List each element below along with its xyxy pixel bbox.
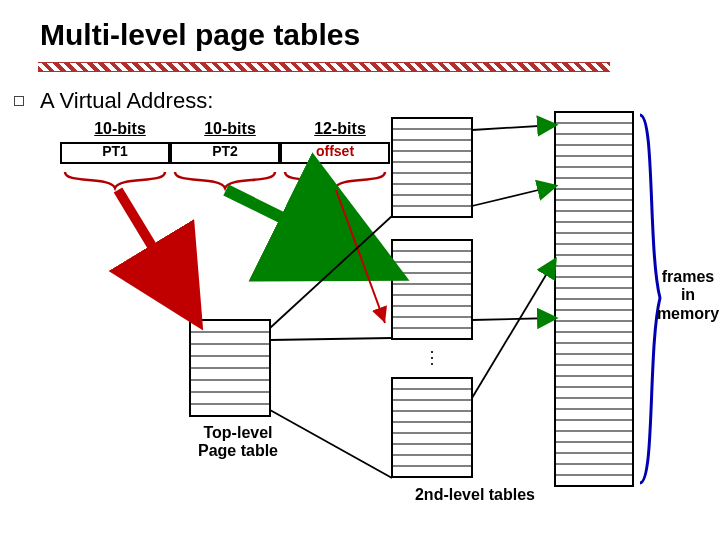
label-top-level: Top-levelPage table [188, 424, 288, 461]
svg-line-74 [270, 410, 392, 478]
bullet-icon [14, 96, 24, 106]
svg-line-77 [472, 318, 555, 320]
offset-bits: 12-bits [290, 120, 390, 138]
svg-line-76 [472, 186, 555, 206]
subtitle: A Virtual Address: [40, 88, 213, 114]
second-level-table-a [392, 118, 472, 217]
svg-rect-0 [190, 320, 270, 416]
svg-line-73 [270, 338, 392, 340]
field-offset: 12-bits [290, 120, 390, 138]
slide-title: Multi-level page tables [40, 18, 360, 52]
svg-line-78 [472, 260, 555, 398]
field-pt1: 10-bits [70, 120, 170, 138]
divider [38, 62, 610, 72]
svg-rect-35 [555, 112, 633, 486]
pt1-bits: 10-bits [70, 120, 170, 138]
svg-line-69 [118, 190, 198, 322]
top-level-table [190, 320, 270, 416]
svg-line-71 [336, 190, 385, 323]
frames-table [555, 112, 633, 486]
svg-line-72 [270, 216, 392, 328]
svg-rect-26 [392, 378, 472, 477]
brace-pt1 [0, 0, 720, 540]
pt2-name: PT2 [170, 143, 280, 159]
second-level-table-c [392, 378, 472, 477]
label-second-level: 2nd-level tables [395, 486, 555, 504]
pt2-bits: 10-bits [180, 120, 280, 138]
arrows-svg [0, 0, 720, 540]
vdots-icon: ··· [424, 348, 440, 366]
svg-line-75 [472, 125, 555, 130]
tables-svg [0, 0, 720, 540]
pt1-name: PT1 [60, 143, 170, 159]
label-frames: framesinmemory [656, 268, 720, 323]
offset-name: offset [280, 143, 390, 159]
brace-frames [0, 0, 720, 540]
brace-pt2 [0, 0, 720, 540]
brace-offset [0, 0, 720, 540]
field-pt2: 10-bits [180, 120, 280, 138]
second-level-table-b [392, 240, 472, 339]
svg-rect-8 [392, 118, 472, 217]
svg-line-70 [226, 190, 388, 270]
svg-rect-17 [392, 240, 472, 339]
